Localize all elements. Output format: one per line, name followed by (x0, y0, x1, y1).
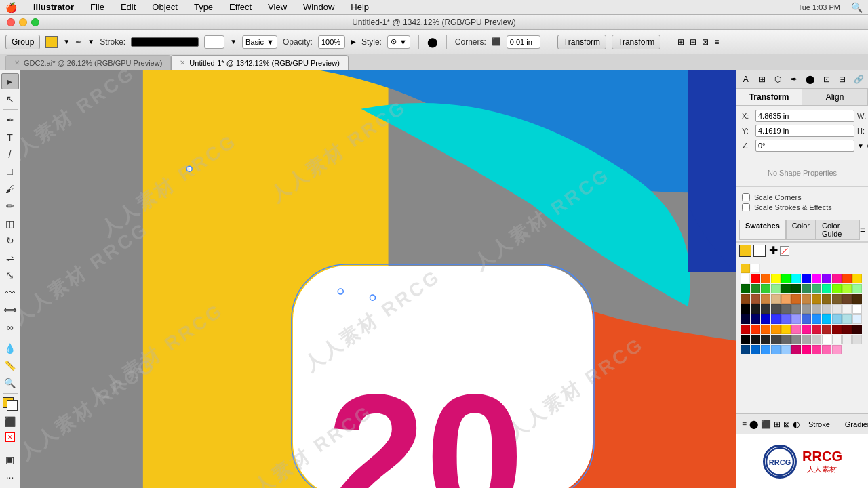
menu-file[interactable]: File (87, 2, 107, 12)
menu-help[interactable]: Help (348, 2, 372, 12)
background-color[interactable] (7, 400, 18, 411)
panel-btn-5[interactable]: ⬤ (804, 72, 817, 87)
type-tool[interactable]: T (1, 129, 19, 145)
swatch-cell[interactable] (791, 284, 801, 293)
swatch-cell[interactable] (741, 314, 750, 324)
swatch-cell[interactable] (761, 304, 770, 314)
tab-stroke[interactable]: Stroke (802, 418, 836, 430)
menu-effect[interactable]: Effect (226, 2, 254, 12)
swatch-cell[interactable] (781, 325, 791, 334)
mode-dropdown[interactable]: Basic ▼ (242, 35, 277, 49)
tab-gradient[interactable]: Gradient (839, 418, 868, 430)
measure-tool[interactable]: 📏 (1, 357, 19, 373)
swatch-cell[interactable] (822, 284, 831, 293)
menu-object[interactable]: Object (149, 2, 180, 12)
swatch-fg-color[interactable] (739, 245, 751, 257)
swatch-cell[interactable] (771, 274, 781, 283)
paint-tool[interactable]: 🖌 (1, 181, 19, 197)
swatch-cell[interactable] (852, 325, 862, 334)
swatch-cell[interactable] (751, 335, 760, 344)
swatch-cell[interactable] (802, 345, 811, 354)
apple-menu[interactable]: 🍎 (5, 2, 17, 13)
swatch-cell[interactable] (751, 314, 760, 324)
swatch-tab-color[interactable]: Color (786, 220, 816, 240)
x-input[interactable] (755, 110, 854, 122)
swatch-cell[interactable] (761, 345, 770, 354)
swatch-cell[interactable] (832, 335, 842, 344)
swatch-cell[interactable] (812, 314, 821, 324)
search-icon[interactable]: 🔍 (851, 2, 863, 13)
swatch-cell[interactable] (761, 294, 770, 304)
distribute-icon[interactable]: ⊟ (690, 37, 696, 47)
panel-btn-6[interactable]: ⊡ (820, 72, 833, 87)
corners-stepper-up[interactable]: ⬛ (492, 37, 501, 46)
swatches-menu-icon[interactable]: ≡ (860, 224, 865, 235)
maximize-button[interactable] (31, 18, 39, 26)
tab-gdc2-close[interactable]: ✕ (14, 59, 20, 66)
pencil-tool[interactable]: ✏ (1, 198, 19, 214)
swatch-cell[interactable] (781, 304, 791, 314)
panel-btn-2[interactable]: ⊞ (755, 72, 769, 87)
tab-align[interactable]: Align (802, 89, 868, 105)
eyedropper-icon[interactable]: ✚ (769, 244, 778, 257)
angle1-dropdown[interactable]: ▼ (857, 142, 864, 150)
y-input[interactable] (755, 125, 854, 137)
menu-edit[interactable]: Edit (118, 2, 138, 12)
direct-select-tool[interactable]: ↖ (1, 90, 19, 106)
swatch-cell[interactable] (842, 335, 852, 344)
swatch-cell[interactable] (771, 345, 781, 354)
swatch-cell[interactable] (791, 304, 801, 314)
swatch-cell[interactable] (741, 345, 750, 354)
swatch-cell[interactable] (852, 284, 862, 293)
swatch-cell[interactable] (781, 274, 791, 283)
swatch-cell[interactable] (751, 264, 760, 273)
select-tool[interactable]: ▸ (1, 73, 19, 89)
swatch-cell[interactable] (842, 294, 852, 304)
swatch-cell[interactable] (812, 304, 821, 314)
align-button[interactable]: Transform (557, 35, 606, 49)
swatch-cell[interactable] (741, 294, 750, 304)
tab-transform[interactable]: Transform (736, 89, 802, 105)
swatch-cell[interactable] (741, 274, 750, 283)
swatch-cell[interactable] (741, 284, 750, 293)
swatch-cell[interactable] (791, 325, 801, 334)
rotate-tool[interactable]: ↻ (1, 232, 19, 249)
line-tool[interactable]: / (1, 146, 19, 163)
swatch-cell[interactable] (741, 304, 750, 314)
transform-button[interactable]: Transform (612, 35, 660, 49)
align-icon[interactable]: ⊠ (702, 37, 709, 47)
swatch-cell[interactable] (822, 294, 831, 304)
swatch-bg-color[interactable] (753, 245, 766, 257)
swatch-cell[interactable] (832, 284, 842, 293)
swatch-cell[interactable] (751, 284, 760, 293)
swatch-cell[interactable] (812, 294, 821, 304)
scale-corners-checkbox[interactable] (742, 193, 750, 201)
swatch-cell[interactable] (771, 314, 781, 324)
minimize-button[interactable] (19, 18, 27, 26)
swatch-cell[interactable] (812, 325, 821, 334)
swatch-cell[interactable] (822, 314, 831, 324)
swatch-cell[interactable] (771, 304, 781, 314)
none-tool[interactable]: ✕ (1, 430, 19, 447)
more-tools[interactable]: ··· (1, 469, 19, 485)
swatch-cell[interactable] (741, 335, 750, 344)
swatch-cell[interactable] (852, 314, 862, 324)
swatch-cell[interactable] (832, 314, 842, 324)
swatch-cell[interactable] (842, 304, 852, 314)
swatch-cell[interactable] (751, 325, 760, 334)
close-button[interactable] (7, 18, 15, 26)
warp-tool[interactable]: 〰 (1, 284, 19, 300)
blend-tool[interactable]: ∞ (1, 319, 19, 335)
swatch-cell[interactable] (761, 335, 770, 344)
artboard-tool[interactable]: ▣ (1, 451, 19, 468)
swatch-cell[interactable] (812, 284, 821, 293)
menu-illustrator[interactable]: Illustrator (31, 2, 77, 12)
swatch-cell[interactable] (781, 314, 791, 324)
rect-tool[interactable]: □ (1, 163, 19, 180)
swatch-cell[interactable] (802, 314, 811, 324)
swatch-cell[interactable] (791, 294, 801, 304)
arrange-icon[interactable]: ⊞ (677, 37, 684, 47)
swatch-cell[interactable] (761, 314, 770, 324)
swatch-cell[interactable] (812, 274, 821, 283)
scale-tool[interactable]: ⤡ (1, 267, 19, 283)
